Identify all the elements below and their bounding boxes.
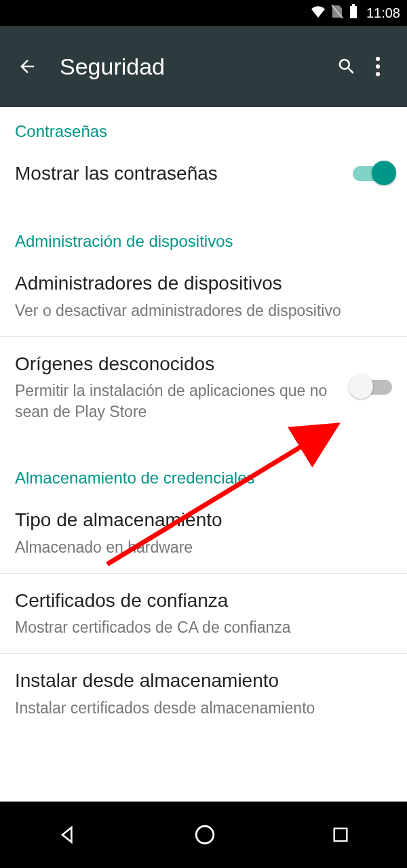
- svg-rect-2: [352, 4, 355, 6]
- setting-device-admins[interactable]: Administradores de dispositivos Ver o de…: [0, 256, 407, 336]
- status-bar: 11:08: [0, 0, 407, 26]
- toggle-show-passwords[interactable]: [353, 166, 392, 181]
- setting-subtitle: Instalar certificados desde almacenamien…: [15, 698, 381, 719]
- svg-point-5: [376, 72, 380, 76]
- setting-title: Mostrar las contraseñas: [15, 161, 342, 186]
- navigation-bar: [0, 802, 407, 868]
- svg-point-3: [376, 57, 380, 61]
- app-bar: Seguridad: [0, 26, 407, 107]
- nav-home-button[interactable]: [193, 823, 216, 846]
- setting-title: Tipo de almacenamiento: [15, 508, 381, 532]
- setting-title: Instalar desde almacenamiento: [15, 669, 381, 693]
- battery-icon: [349, 4, 358, 22]
- settings-list[interactable]: Contraseñas Mostrar las contraseñas Admi…: [0, 107, 407, 802]
- toggle-unknown-sources[interactable]: [353, 380, 392, 395]
- setting-subtitle: Mostrar certificados de CA de confianza: [15, 617, 381, 638]
- nav-recent-button[interactable]: [331, 825, 350, 844]
- clock-text: 11:08: [366, 5, 400, 21]
- setting-subtitle: Permitir la instalación de aplicaciones …: [15, 380, 342, 422]
- overflow-button[interactable]: [362, 56, 393, 77]
- svg-rect-1: [350, 6, 357, 18]
- page-title: Seguridad: [60, 54, 331, 80]
- section-device-admin: Administración de dispositivos: [0, 217, 407, 256]
- nav-back-button[interactable]: [57, 824, 79, 846]
- setting-title: Administradores de dispositivos: [15, 271, 381, 296]
- section-credential-storage: Almacenamiento de credenciales: [0, 454, 407, 493]
- setting-storage-type[interactable]: Tipo de almacenamiento Almacenado en har…: [0, 493, 407, 572]
- setting-subtitle: Ver o desactivar administradores de disp…: [15, 300, 381, 321]
- setting-title: Orígenes desconocidos: [15, 352, 342, 376]
- section-passwords: Contraseñas: [0, 107, 407, 146]
- svg-point-7: [196, 826, 214, 844]
- setting-unknown-sources[interactable]: Orígenes desconocidos Permitir la instal…: [0, 337, 407, 437]
- svg-rect-8: [334, 829, 347, 842]
- setting-trusted-certificates[interactable]: Certificados de confianza Mostrar certif…: [0, 574, 407, 653]
- back-button[interactable]: [14, 56, 41, 77]
- setting-install-from-storage[interactable]: Instalar desde almacenamiento Instalar c…: [0, 654, 407, 733]
- search-button[interactable]: [331, 56, 362, 77]
- setting-subtitle: Almacenado en hardware: [15, 537, 381, 558]
- wifi-icon: [311, 5, 326, 21]
- setting-title: Certificados de confianza: [15, 589, 381, 613]
- setting-show-passwords[interactable]: Mostrar las contraseñas: [0, 146, 407, 201]
- svg-point-4: [376, 64, 380, 68]
- no-sim-icon: [331, 4, 343, 22]
